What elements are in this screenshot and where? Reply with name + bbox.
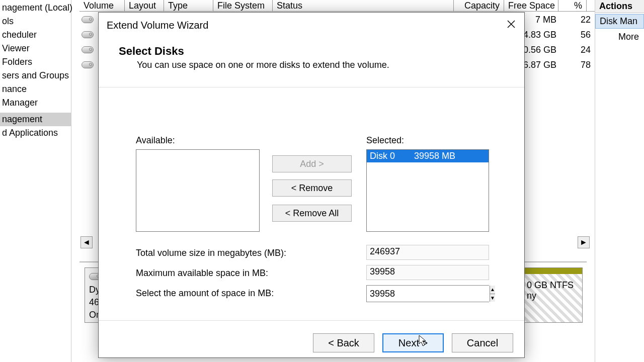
col-type[interactable]: Type bbox=[164, 0, 213, 11]
divider bbox=[99, 320, 524, 321]
actions-more[interactable]: More bbox=[595, 29, 644, 42]
dialog-title: Extend Volume Wizard bbox=[107, 20, 208, 31]
cell-percent: 24 bbox=[566, 45, 591, 55]
amount-spinner[interactable]: ▲ ▼ bbox=[366, 285, 489, 302]
volume-list-header: Volume Layout Type File System Status Ca… bbox=[79, 0, 644, 12]
selected-disk-size: 39958 MB bbox=[414, 151, 455, 161]
dialog-footer: < Back Next > Cancel bbox=[99, 333, 524, 352]
total-size-label: Total volume size in megabytes (MB): bbox=[136, 248, 286, 258]
selected-disk-name: Disk 0 bbox=[370, 151, 395, 161]
nav-tree: nagement (Local) ols cheduler Viewer Fol… bbox=[0, 0, 71, 362]
cell-percent: 56 bbox=[566, 30, 591, 40]
divider bbox=[99, 87, 524, 87]
partition-color-bar bbox=[523, 268, 582, 274]
col-layout[interactable]: Layout bbox=[125, 0, 164, 11]
col-volume[interactable]: Volume bbox=[79, 0, 125, 11]
selected-disks-list[interactable]: Disk 0 39958 MB bbox=[366, 149, 489, 232]
tree-item-disk-management[interactable]: nagement bbox=[0, 113, 71, 126]
scroll-left-button[interactable]: ◄ bbox=[80, 236, 93, 248]
tree-item[interactable]: sers and Groups bbox=[0, 69, 71, 82]
tree-item[interactable]: Manager bbox=[0, 96, 71, 110]
next-button[interactable]: Next > bbox=[382, 333, 444, 352]
scroll-right-button[interactable]: ► bbox=[578, 236, 590, 248]
tree-item[interactable]: nance bbox=[0, 82, 71, 96]
partition-box[interactable]: 0 GB NTFS ny bbox=[522, 267, 583, 323]
cell-percent: 22 bbox=[566, 15, 591, 25]
extend-volume-wizard-dialog: Extend Volume Wizard Select Disks You ca… bbox=[98, 12, 525, 358]
close-icon bbox=[507, 20, 515, 28]
tree-item[interactable]: ols bbox=[0, 15, 71, 28]
available-label: Available: bbox=[136, 135, 175, 146]
selected-disk-item[interactable]: Disk 0 39958 MB bbox=[367, 150, 489, 162]
volume-icon bbox=[82, 46, 94, 53]
available-disks-list[interactable] bbox=[136, 149, 260, 232]
actions-item-disk-management[interactable]: Disk Man bbox=[595, 14, 644, 29]
tree-item[interactable]: Viewer bbox=[0, 42, 71, 55]
tree-item[interactable]: Folders bbox=[0, 55, 71, 69]
volume-icon bbox=[82, 31, 94, 38]
col-status[interactable]: Status bbox=[273, 0, 454, 11]
partition-status: ny bbox=[527, 291, 536, 301]
add-button[interactable]: Add > bbox=[272, 155, 352, 172]
tree-item[interactable]: cheduler bbox=[0, 28, 71, 42]
remove-all-button[interactable]: < Remove All bbox=[272, 205, 352, 222]
spinner-buttons: ▲ ▼ bbox=[490, 286, 495, 302]
cell-percent: 78 bbox=[566, 60, 591, 70]
dialog-subtext: You can use space on one or more disks t… bbox=[137, 60, 389, 70]
actions-panel: Actions Disk Man More bbox=[595, 0, 644, 362]
dialog-heading: Select Disks bbox=[119, 45, 389, 58]
back-button[interactable]: < Back bbox=[313, 333, 374, 352]
col-percent[interactable]: % bbox=[558, 0, 587, 11]
remove-button[interactable]: < Remove bbox=[272, 179, 352, 197]
col-freespace[interactable]: Free Space bbox=[504, 0, 558, 11]
col-capacity[interactable]: Capacity bbox=[454, 0, 504, 11]
tree-item[interactable]: nagement (Local) bbox=[0, 1, 71, 15]
spin-down-button[interactable]: ▼ bbox=[490, 294, 495, 302]
amount-input[interactable] bbox=[367, 286, 490, 302]
dialog-heading-area: Select Disks You can use space on one or… bbox=[119, 45, 389, 70]
partition-size: 0 GB NTFS bbox=[527, 280, 574, 290]
volume-icon bbox=[82, 61, 94, 68]
max-space-value: 39958 bbox=[366, 265, 489, 280]
max-space-label: Maximum available space in MB: bbox=[136, 268, 268, 279]
amount-label: Select the amount of space in MB: bbox=[136, 288, 274, 299]
selected-label: Selected: bbox=[366, 135, 404, 146]
col-filesystem[interactable]: File System bbox=[213, 0, 273, 11]
cancel-button[interactable]: Cancel bbox=[452, 333, 513, 352]
volume-icon bbox=[82, 16, 94, 23]
actions-header: Actions bbox=[595, 0, 644, 13]
spin-up-button[interactable]: ▲ bbox=[490, 286, 495, 294]
total-size-value: 246937 bbox=[366, 245, 489, 260]
close-button[interactable] bbox=[502, 17, 520, 32]
tree-item[interactable]: d Applications bbox=[0, 126, 71, 140]
